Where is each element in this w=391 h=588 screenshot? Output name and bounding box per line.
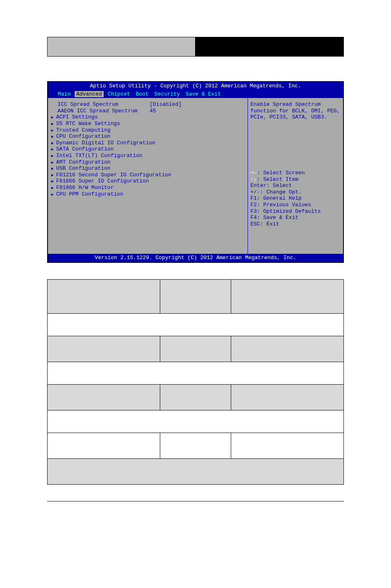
- table-cell: [48, 384, 160, 410]
- table-cell: [160, 279, 231, 313]
- table-row: [48, 279, 344, 313]
- key-f3: F3: Optimized Defaults: [250, 208, 341, 215]
- bios-title: Aptio Setup Utility - Copyright (C) 2012…: [48, 82, 343, 90]
- bios-right-pane: Enable Spread Spectrum function for BCLK…: [248, 98, 343, 254]
- key-select-item: ↑↓: Select Item: [250, 176, 341, 183]
- setting-icc-spread[interactable]: ICC Spread Spectrum [Disabled]: [50, 101, 246, 108]
- menu-f81216-superio[interactable]: F81216 Second Super IO Configuration: [50, 172, 246, 178]
- table-cell: [48, 336, 160, 362]
- bios-tab-bar: Main Advanced Chipset Boot Security Save…: [48, 90, 343, 98]
- page-footer-rule: [47, 501, 344, 501]
- bios-left-pane: ICC Spread Spectrum [Disabled] AAEON ICC…: [48, 98, 248, 254]
- table-row: [48, 362, 344, 384]
- table-cell: [48, 279, 160, 313]
- key-change-opt: +/-: Change Opt.: [250, 189, 341, 196]
- table-cell: [48, 362, 344, 384]
- setting-label: ICC Spread Spectrum: [51, 101, 150, 108]
- menu-f81866-superio[interactable]: F81866 Super IO Configuration: [50, 178, 246, 185]
- tab-security[interactable]: Security: [152, 91, 181, 98]
- menu-cpu-ppm[interactable]: CPU PPM Configuration: [50, 191, 246, 198]
- key-f1: F1: General Help: [250, 195, 341, 202]
- menu-f81866-hw-monitor[interactable]: F81866 H/W Monitor: [50, 185, 246, 191]
- table-cell: [160, 433, 231, 458]
- key-help-block: ➞←: Select Screen ↑↓: Select Item Enter:…: [250, 170, 341, 227]
- table-cell: [160, 336, 231, 362]
- header-left-block: [47, 37, 196, 57]
- table-cell: [48, 313, 344, 336]
- table-row: [48, 336, 344, 362]
- option-help-text: Enable Spread Spectrum function for BCLK…: [250, 101, 341, 121]
- key-f2: F2: Previous Values: [250, 202, 341, 208]
- key-esc: ESC: Exit: [250, 221, 341, 228]
- bios-footer: Version 2.15.1229. Copyright (C) 2012 Am…: [48, 254, 343, 262]
- tab-chipset[interactable]: Chipset: [106, 91, 132, 98]
- key-select-screen: ➞←: Select Screen: [250, 170, 341, 176]
- table-cell: [231, 384, 344, 410]
- page-header-bar: [47, 37, 344, 57]
- table-cell: [231, 279, 344, 313]
- table-cell: [231, 433, 344, 458]
- setting-label: AAEON ICC Spread Spectrum: [51, 108, 150, 114]
- table-cell: [231, 336, 344, 362]
- setting-aaeon-icc[interactable]: AAEON ICC Spread Spectrum 45: [50, 108, 246, 114]
- bios-screenshot: Aptio Setup Utility - Copyright (C) 2012…: [47, 81, 344, 263]
- header-right-block: [196, 37, 344, 57]
- menu-amt-config[interactable]: AMT Configuration: [50, 159, 246, 166]
- key-enter: Enter: Select: [250, 182, 341, 189]
- setting-value: 45: [150, 108, 156, 114]
- table-cell: [48, 458, 344, 484]
- bios-body: ICC Spread Spectrum [Disabled] AAEON ICC…: [48, 98, 343, 254]
- key-f4: F4: Save & Exit: [250, 214, 341, 221]
- menu-s5-rtc-wake[interactable]: S5 RTC Wake Settings: [50, 121, 246, 127]
- menu-acpi-settings[interactable]: ACPI Settings: [50, 114, 246, 121]
- table-cell: [160, 384, 231, 410]
- tab-boot[interactable]: Boot: [134, 91, 150, 98]
- tab-advanced[interactable]: Advanced: [75, 91, 103, 98]
- menu-sata-config[interactable]: SATA Configuration: [50, 146, 246, 153]
- table-row: [48, 313, 344, 336]
- table-cell: [48, 433, 160, 458]
- menu-cpu-config[interactable]: CPU Configuration: [50, 133, 246, 140]
- menu-usb-config[interactable]: USB Configuration: [50, 165, 246, 172]
- options-table: [47, 279, 344, 485]
- menu-trusted-computing[interactable]: Trusted Computing: [50, 127, 246, 134]
- tab-main[interactable]: Main: [56, 91, 72, 98]
- table-row: [48, 433, 344, 458]
- menu-intel-txt[interactable]: Intel TXT(LT) Configuration: [50, 153, 246, 159]
- setting-value: [Disabled]: [150, 101, 182, 108]
- table-row: [48, 410, 344, 433]
- table-row: [48, 384, 344, 410]
- menu-dynamic-digital-io[interactable]: Dynamic Digital IO Configration: [50, 140, 246, 146]
- tab-save-exit[interactable]: Save & Exit: [184, 91, 223, 98]
- table-cell: [48, 410, 344, 433]
- table-row: [48, 458, 344, 484]
